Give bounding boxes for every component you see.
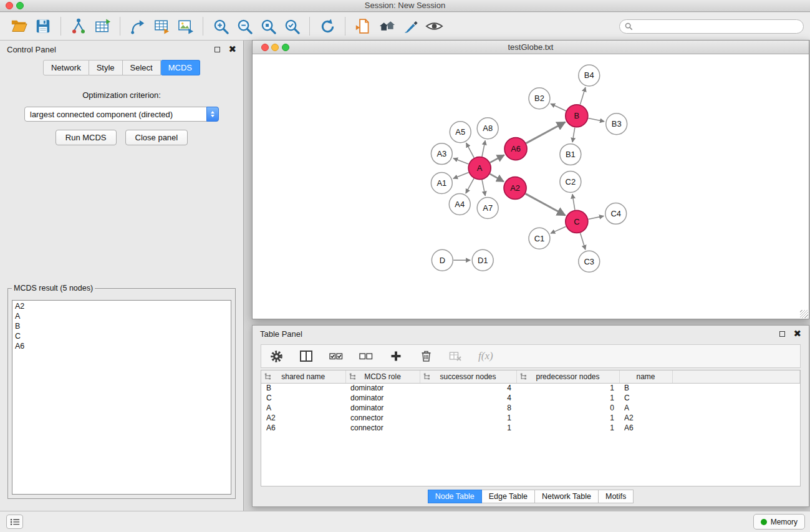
network-graph[interactable]: B4B2BB3A5A8A6A3B1AC2A1A2A4A7C4CC1C3DD1 <box>253 54 809 319</box>
graph-edge-A-A7[interactable] <box>482 180 485 196</box>
table-cell[interactable]: connector <box>345 423 420 433</box>
unselect-all-columns-icon[interactable] <box>359 349 374 364</box>
graph-edge-B-B4[interactable] <box>580 87 585 105</box>
graph-node-C1[interactable]: C1 <box>529 228 550 249</box>
close-network-icon[interactable] <box>261 44 269 51</box>
show-columns-icon[interactable] <box>299 349 314 364</box>
graph-node-A3[interactable]: A3 <box>431 143 452 165</box>
tab-style[interactable]: Style <box>89 60 123 75</box>
graph-edge-C-C4[interactable] <box>588 216 604 219</box>
run-mcds-button[interactable]: Run MCDS <box>55 130 117 145</box>
table-row[interactable]: Adominator80A <box>261 403 800 413</box>
graph-edge-A-A1[interactable] <box>453 173 469 179</box>
resize-grip-icon[interactable] <box>800 310 808 318</box>
graph-node-C3[interactable]: C3 <box>579 251 600 272</box>
function-builder-icon[interactable]: f(x) <box>478 350 493 362</box>
graph-node-D[interactable]: D <box>432 249 453 271</box>
column-header-name[interactable]: name <box>619 370 672 383</box>
table-cell[interactable]: 4 <box>420 393 516 403</box>
graph-edge-B-B3[interactable] <box>588 118 604 122</box>
network-canvas[interactable]: B4B2BB3A5A8A6A3B1AC2A1A2A4A7C4CC1C3DD1 <box>253 54 809 319</box>
select-all-columns-icon[interactable] <box>329 349 344 364</box>
table-cell[interactable]: dominator <box>345 383 420 393</box>
table-cell[interactable]: 8 <box>420 403 516 413</box>
graph-edge-A-A8[interactable] <box>482 140 485 157</box>
graph-edge-A-A3[interactable] <box>453 158 468 164</box>
mcds-result-item[interactable]: A6 <box>15 341 228 351</box>
graph-node-B1[interactable]: B1 <box>560 144 581 165</box>
graph-node-A5[interactable]: A5 <box>450 122 471 143</box>
table-cell[interactable]: dominator <box>345 403 420 413</box>
table-cell[interactable]: A <box>261 403 345 413</box>
graph-edge-A2-C[interactable] <box>526 194 566 216</box>
delete-column-icon[interactable] <box>418 349 433 364</box>
table-cell[interactable]: A <box>619 403 672 413</box>
settings-gear-icon[interactable] <box>269 349 284 364</box>
save-icon[interactable] <box>31 15 55 37</box>
network-window-titlebar[interactable]: testGlobe.txt <box>253 41 809 54</box>
show-panels-button[interactable] <box>6 515 23 529</box>
export-image-icon[interactable] <box>173 15 197 37</box>
mcds-result-item[interactable]: B <box>15 321 228 331</box>
table-cell[interactable]: C <box>261 393 345 403</box>
delete-table-icon[interactable] <box>448 349 463 364</box>
import-table-icon[interactable] <box>90 15 114 37</box>
table-cell[interactable]: 1 <box>420 423 516 433</box>
float-panel-icon[interactable] <box>215 47 220 52</box>
column-header-predecessor-nodes[interactable]: predecessor nodes <box>516 370 619 383</box>
table-cell[interactable]: 0 <box>516 403 619 413</box>
search-input[interactable] <box>636 22 792 31</box>
tab-node-table[interactable]: Node Table <box>428 490 482 503</box>
table-cell[interactable]: 4 <box>420 383 516 393</box>
graph-node-B3[interactable]: B3 <box>606 114 627 135</box>
graph-node-A6[interactable]: A6 <box>504 138 527 160</box>
maximize-network-icon[interactable] <box>282 44 289 51</box>
graph-edge-A-A2[interactable] <box>490 174 504 181</box>
tab-network[interactable]: Network <box>43 60 89 75</box>
zoom-selected-icon[interactable] <box>280 15 304 37</box>
graph-edge-A6-B[interactable] <box>526 122 566 143</box>
table-cell[interactable]: B <box>619 383 672 393</box>
graph-node-B[interactable]: B <box>566 105 588 127</box>
graph-node-C[interactable]: C <box>566 210 588 233</box>
graph-node-B4[interactable]: B4 <box>579 65 600 86</box>
export-table-icon[interactable] <box>150 15 173 37</box>
table-cell[interactable]: 1 <box>516 413 619 423</box>
tab-edge-table[interactable]: Edge Table <box>482 490 535 503</box>
table-cell[interactable]: 1 <box>516 423 619 433</box>
table-cell[interactable]: dominator <box>345 393 420 403</box>
table-cell[interactable]: A2 <box>619 413 672 423</box>
table-cell[interactable]: 1 <box>516 393 619 403</box>
graph-edge-A-A4[interactable] <box>466 178 474 193</box>
mcds-result-list[interactable]: A2ABCA6 <box>12 300 231 495</box>
graph-edge-C-C2[interactable] <box>572 194 575 210</box>
table-cell[interactable]: 1 <box>420 413 516 423</box>
style-brush-icon[interactable] <box>398 15 422 37</box>
show-hide-icon[interactable] <box>422 15 446 37</box>
table-row[interactable]: A6connector11A6 <box>261 423 800 433</box>
table-row[interactable]: A2connector11A2 <box>261 413 800 423</box>
close-window-icon[interactable] <box>6 2 13 9</box>
graph-edge-C-C3[interactable] <box>581 233 586 249</box>
graph-node-A7[interactable]: A7 <box>477 197 498 218</box>
table-cell[interactable]: 1 <box>516 383 619 393</box>
graph-edge-B-B2[interactable] <box>551 104 566 110</box>
mcds-result-item[interactable]: A2 <box>15 301 228 311</box>
close-panel-button[interactable]: Close panel <box>125 130 188 145</box>
import-network-icon[interactable] <box>67 15 90 37</box>
home-icon[interactable] <box>375 15 398 37</box>
graph-node-A[interactable]: A <box>468 157 491 180</box>
table-cell[interactable]: A6 <box>619 423 672 433</box>
graph-edge-A-A6[interactable] <box>490 155 504 163</box>
graph-node-C4[interactable]: C4 <box>605 203 627 224</box>
graph-edge-B-B1[interactable] <box>572 128 575 142</box>
column-header-mcds-role[interactable]: MCDS role <box>345 370 420 383</box>
minimize-network-icon[interactable] <box>271 44 279 51</box>
refresh-layout-icon[interactable] <box>316 15 339 37</box>
tab-motifs[interactable]: Motifs <box>599 490 634 503</box>
zoom-in-icon[interactable] <box>209 15 233 37</box>
graph-node-D1[interactable]: D1 <box>472 249 493 271</box>
tab-network-table[interactable]: Network Table <box>535 490 599 503</box>
mcds-result-item[interactable]: A <box>15 311 228 321</box>
close-table-panel-icon[interactable]: ✖ <box>793 331 801 337</box>
